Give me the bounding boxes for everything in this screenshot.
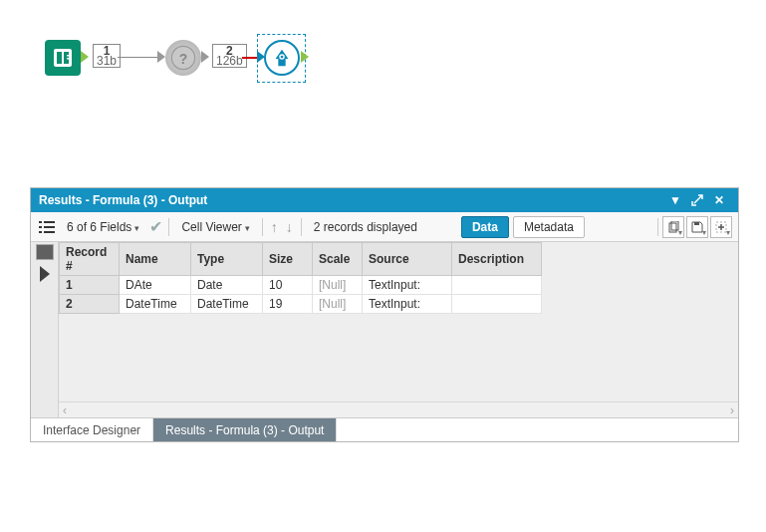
svg-point-8 <box>281 56 284 59</box>
tool-formula[interactable] <box>264 40 300 76</box>
table-row[interactable]: 1 DAte Date 10 [Null] TextInput: <box>60 276 542 295</box>
col-scale[interactable]: Scale <box>313 243 363 276</box>
svg-rect-11 <box>39 231 42 233</box>
svg-rect-1 <box>57 52 62 64</box>
svg-rect-14 <box>44 231 55 233</box>
col-desc[interactable]: Description <box>452 243 542 276</box>
svg-rect-9 <box>39 221 42 223</box>
collapse-icon[interactable]: ▼ <box>664 188 686 212</box>
fields-dropdown[interactable]: 6 of 6 Fields <box>61 220 145 234</box>
col-name[interactable]: Name <box>120 243 191 276</box>
save-icon[interactable]: ▾ <box>686 216 708 238</box>
results-toolbar: 6 of 6 Fields ✔ Cell Viewer ↑ ↓ 2 record… <box>31 212 738 242</box>
popout-icon[interactable] <box>686 193 708 207</box>
anchor-1-size: 31b <box>97 56 117 66</box>
record-tab-current[interactable] <box>40 262 50 282</box>
svg-rect-4 <box>67 58 69 60</box>
copy-icon[interactable]: ▾ <box>662 216 684 238</box>
grid-scroll[interactable]: Record # Name Type Size Scale Source Des… <box>59 242 738 401</box>
svg-rect-3 <box>67 55 69 57</box>
out-anchor-2-icon[interactable] <box>201 51 209 63</box>
close-icon[interactable]: ✕ <box>708 188 730 212</box>
results-grid[interactable]: Record # Name Type Size Scale Source Des… <box>59 242 542 314</box>
sort-desc-icon[interactable]: ↓ <box>284 219 295 235</box>
metadata-button[interactable]: Metadata <box>513 216 585 238</box>
panel-title-text: Results - Formula (3) - Output <box>39 188 207 212</box>
anchor-2-size: 126b <box>216 56 243 66</box>
panel-titlebar[interactable]: Results - Formula (3) - Output ▼ ✕ <box>31 188 738 212</box>
svg-rect-12 <box>44 221 55 223</box>
in-anchor-icon[interactable] <box>157 51 165 63</box>
record-tabs <box>31 242 59 417</box>
svg-rect-16 <box>671 221 678 230</box>
col-source[interactable]: Source <box>363 243 452 276</box>
list-icon[interactable] <box>37 217 57 237</box>
horizontal-scrollbar[interactable]: ‹› <box>59 401 738 417</box>
tab-interface-designer[interactable]: Interface Designer <box>31 418 153 441</box>
tool-text-input[interactable] <box>45 40 81 76</box>
wire-1 <box>118 57 157 58</box>
results-panel: Results - Formula (3) - Output ▼ ✕ 6 of … <box>30 187 739 442</box>
svg-text:?: ? <box>179 51 188 67</box>
out-anchor-3-icon[interactable] <box>301 51 309 63</box>
records-displayed-label: 2 records displayed <box>308 220 423 234</box>
check-icon[interactable]: ✔ <box>149 217 162 236</box>
workflow-canvas[interactable]: 1 31b ? 2 126b <box>0 0 766 199</box>
record-tab-all[interactable] <box>36 244 54 260</box>
svg-rect-10 <box>39 226 42 228</box>
bottom-tabs: Interface Designer Results - Formula (3)… <box>31 417 738 441</box>
col-type[interactable]: Type <box>191 243 263 276</box>
sort-asc-icon[interactable]: ↑ <box>269 219 280 235</box>
col-size[interactable]: Size <box>263 243 313 276</box>
tool-unknown[interactable]: ? <box>165 40 201 76</box>
anchor-2-box[interactable]: 2 126b <box>212 44 247 68</box>
svg-rect-17 <box>694 222 699 225</box>
col-recno[interactable]: Record # <box>60 243 120 276</box>
svg-rect-0 <box>54 49 72 67</box>
out-anchor-icon[interactable] <box>81 51 89 63</box>
anchor-1-box[interactable]: 1 31b <box>93 44 121 68</box>
tab-results[interactable]: Results - Formula (3) - Output <box>153 418 337 441</box>
add-icon[interactable]: ▾ <box>710 216 732 238</box>
data-button[interactable]: Data <box>461 216 509 238</box>
svg-rect-13 <box>44 226 55 228</box>
cell-viewer-dropdown[interactable]: Cell Viewer <box>175 220 255 234</box>
svg-rect-15 <box>669 223 676 232</box>
table-row[interactable]: 2 DateTime DateTime 19 [Null] TextInput: <box>60 295 542 314</box>
